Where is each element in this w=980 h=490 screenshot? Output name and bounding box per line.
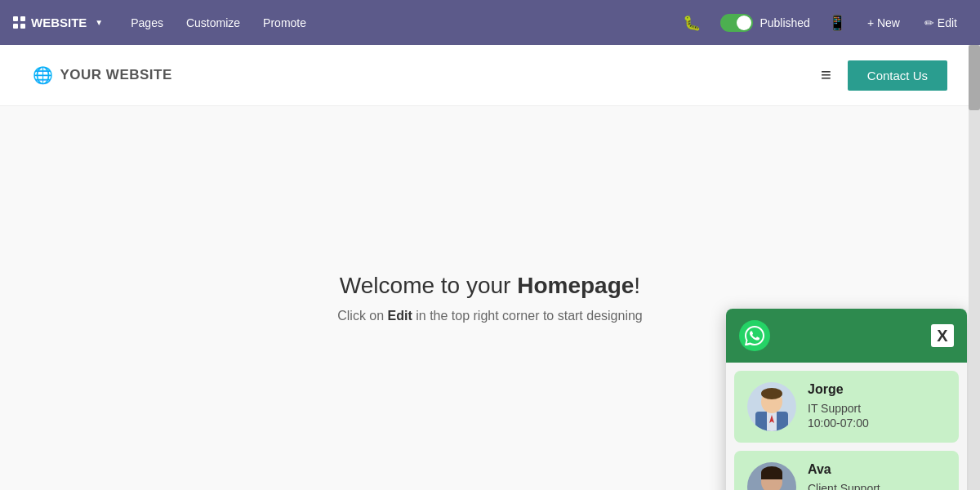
chat-widget: X — [726, 309, 967, 490]
main-content: Welcome to your Homepage! Click on Edit … — [0, 106, 980, 490]
new-button[interactable]: + New — [858, 0, 910, 45]
nav-right-section: 🐛 Published 📱 + New ✏ Edit — [675, 0, 967, 45]
mobile-preview-icon[interactable]: 📱 — [822, 14, 853, 32]
agent-avatar-ava — [747, 462, 796, 490]
bug-icon[interactable]: 🐛 — [675, 14, 709, 32]
grid-icon — [13, 16, 26, 29]
contact-us-button[interactable]: Contact Us — [848, 60, 947, 91]
site-header-right: ≡ Contact Us — [821, 60, 947, 91]
agent-card-jorge[interactable]: Jorge IT Support 10:00-07:00 — [734, 371, 959, 443]
site-logo-text: YOUR WEBSITE — [60, 67, 172, 83]
agent-info-ava: Ava Client Support — [808, 462, 880, 490]
agent-info-jorge: Jorge IT Support 10:00-07:00 — [808, 382, 869, 430]
chat-body: Jorge IT Support 10:00-07:00 — [726, 363, 967, 490]
site-header: 🌐 YOUR WEBSITE ≡ Contact Us — [0, 45, 980, 106]
nav-item-customize[interactable]: Customize — [175, 0, 252, 45]
brand-button[interactable]: WEBSITE ▼ — [13, 16, 103, 29]
scrollbar-thumb[interactable] — [969, 45, 980, 110]
chat-close-button[interactable]: X — [931, 324, 954, 347]
nav-item-promote[interactable]: Promote — [252, 0, 318, 45]
agent-role-jorge: IT Support — [808, 402, 869, 415]
agent-avatar-jorge — [747, 382, 796, 431]
svg-rect-8 — [761, 473, 782, 479]
agent-name-jorge: Jorge — [808, 382, 869, 397]
publish-toggle-wrapper: Published — [714, 14, 817, 32]
chat-header: X — [726, 309, 967, 363]
nav-item-pages[interactable]: Pages — [119, 0, 175, 45]
agent-card-ava[interactable]: Ava Client Support — [734, 451, 959, 490]
brand-label: WEBSITE — [31, 16, 87, 29]
publish-toggle[interactable] — [720, 14, 753, 32]
sub-heading: Click on Edit in the top right corner to… — [337, 309, 643, 323]
agent-name-ava: Ava — [808, 462, 880, 477]
agent-hours-jorge: 10:00-07:00 — [808, 416, 869, 430]
globe-icon: 🌐 — [33, 65, 54, 85]
whatsapp-icon — [739, 320, 770, 351]
agent-role-ava: Client Support — [808, 482, 880, 490]
scrollbar[interactable] — [969, 45, 980, 490]
hamburger-icon[interactable]: ≡ — [821, 66, 831, 84]
svg-point-4 — [761, 388, 782, 399]
chevron-down-icon: ▼ — [95, 18, 103, 27]
published-label: Published — [760, 16, 810, 29]
site-logo: 🌐 YOUR WEBSITE — [33, 65, 172, 85]
edit-button[interactable]: ✏ Edit — [915, 0, 967, 45]
welcome-heading: Welcome to your Homepage! — [340, 273, 640, 299]
top-navigation: WEBSITE ▼ Pages Customize Promote 🐛 Publ… — [0, 0, 980, 45]
